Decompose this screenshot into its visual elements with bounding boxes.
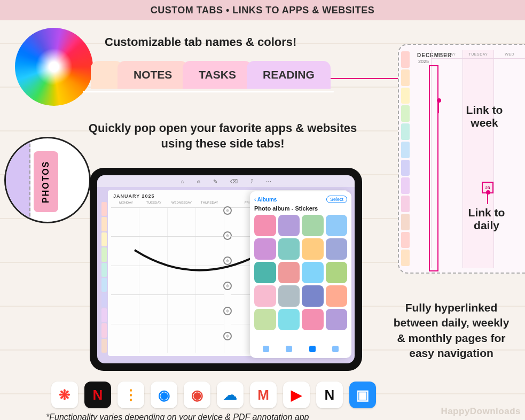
netflix-app[interactable]: N (84, 382, 111, 408)
gmail-app[interactable]: M (250, 382, 277, 408)
ipad-device: ⌂⎌✎⌫⤴⋯ JANUARY 2025 MONDAYTUESDAYWEDNESD… (90, 168, 362, 371)
sticker-icon[interactable] (302, 285, 324, 307)
sticker-icon[interactable] (302, 262, 324, 283)
side-tab-zoom: PHOTOS (4, 137, 91, 223)
sticker-icon[interactable] (326, 215, 348, 236)
sticker-icon[interactable] (278, 215, 300, 236)
photos-app[interactable]: ❋ (51, 382, 78, 408)
tabs-tagline: Customizable tab names & colors! (105, 35, 296, 49)
tab-tasks[interactable]: TASKS (183, 61, 252, 89)
watermark: HappyDownloads (441, 406, 521, 417)
sticker-icon[interactable] (278, 309, 300, 330)
youtube-app[interactable]: ▶ (283, 382, 310, 408)
album-title: Photo album - Stickers (254, 205, 347, 212)
sticker-icon[interactable] (326, 285, 348, 307)
custom-tabs: NOTES TASKS READING (96, 61, 331, 89)
page-header: CUSTOM TABS • LINKS TO APPS & WEBSITES (0, 0, 525, 20)
sticker-icon[interactable] (302, 215, 324, 236)
notion-app[interactable]: N (316, 382, 343, 408)
albums-back-button[interactable]: ‹ Albums (254, 197, 277, 203)
tabs-underline (83, 91, 334, 92)
preview-year: 2025 (418, 59, 429, 64)
files-app[interactable]: ▣ (349, 382, 376, 408)
sticker-icon[interactable] (302, 238, 324, 260)
tab-notes[interactable]: NOTES (117, 61, 188, 89)
safari-app[interactable]: ◉ (151, 382, 177, 408)
planner-day-headers: MONDAYTUESDAYWEDNESDAYTHURSDAY (112, 201, 223, 204)
hyperlink-blurb: Fully hyperlinked between daily, weekly … (391, 300, 511, 361)
subheading: Quickly pop open your favorite apps & we… (81, 121, 364, 151)
reminders-app[interactable]: ⋮ (117, 382, 144, 408)
app-icon-row: ❋N⋮◉◉☁M▶N▣ (51, 382, 376, 408)
calendar-side-tabs[interactable] (401, 51, 410, 266)
onedrive-app[interactable]: ☁ (217, 382, 244, 408)
calendar-preview: DECEMBER 2025 MONDAY TUESDAY WED 23 (398, 44, 525, 274)
color-wheel-icon (15, 28, 93, 106)
sticker-icon[interactable] (254, 215, 276, 236)
sticker-icon[interactable] (254, 238, 276, 260)
planner-side-tabs[interactable] (101, 202, 107, 353)
photos-overlay: ‹ Albums Select Photo album - Stickers (250, 191, 351, 358)
side-tab-photos[interactable]: PHOTOS (34, 151, 58, 212)
sticker-icon[interactable] (326, 309, 348, 330)
preview-columns: MONDAY TUESDAY WED (431, 50, 525, 268)
select-button[interactable]: Select (326, 196, 347, 203)
week-highlight[interactable] (429, 65, 438, 271)
link-week-label: Link to week (455, 104, 514, 129)
planner-month: JANUARY 2025 (113, 193, 155, 199)
app-toolbar: ⌂⎌✎⌫⤴⋯ (97, 175, 355, 187)
sticker-icon[interactable] (254, 309, 276, 330)
sticker-icon[interactable] (278, 262, 300, 283)
sticker-icon[interactable] (326, 262, 348, 283)
sticker-icon[interactable] (254, 285, 276, 307)
sticker-icon[interactable] (278, 238, 300, 260)
sticker-icon[interactable] (326, 238, 348, 260)
sticker-icon[interactable] (254, 262, 276, 283)
sticker-grid[interactable] (254, 215, 347, 342)
sticker-icon[interactable] (278, 285, 300, 307)
leader-week (438, 100, 439, 113)
link-daily-label: Link to daily (457, 206, 516, 232)
leader-daily (487, 192, 488, 204)
arrow-icon (129, 239, 268, 282)
overlay-tabbar[interactable] (254, 344, 347, 354)
tab-reading[interactable]: READING (247, 61, 331, 89)
sticker-icon[interactable] (302, 309, 324, 330)
footnote: *Functionality varies depending on your … (46, 413, 309, 420)
chrome-app[interactable]: ◉ (184, 382, 210, 408)
